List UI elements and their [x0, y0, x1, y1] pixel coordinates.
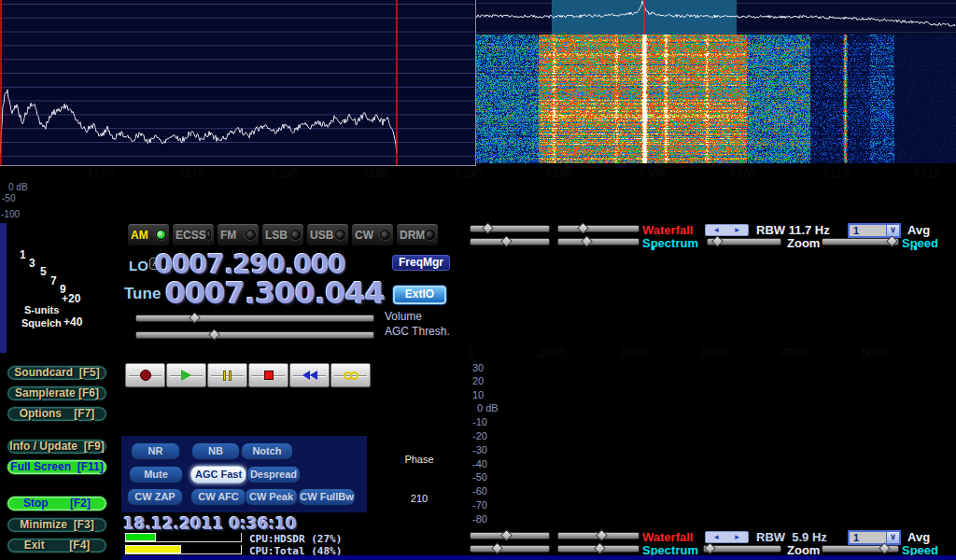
- slider-thumb[interactable]: [500, 235, 513, 247]
- ecss-led-icon: [206, 230, 211, 240]
- agc-fast-button[interactable]: AGC Fast: [190, 466, 246, 483]
- waterfall2-shift-buttons[interactable]: ◄►: [705, 531, 749, 543]
- mode-usb-label: USB: [310, 229, 333, 242]
- volume-slider-thumb[interactable]: [190, 312, 202, 324]
- spectrum2-range-slider[interactable]: [557, 545, 640, 553]
- mode-cw-button[interactable]: CW: [351, 223, 394, 246]
- mode-drm-button[interactable]: DRM: [396, 223, 439, 246]
- speed-top-slider[interactable]: [822, 238, 899, 245]
- exit-button[interactable]: Exit [F4]: [7, 538, 107, 553]
- mute-button[interactable]: Mute: [129, 466, 183, 483]
- cw-zap-button[interactable]: CW ZAP: [127, 488, 183, 506]
- zoom-bottom-slider[interactable]: [703, 545, 781, 553]
- fullscreen-button[interactable]: Full Screen [F11]: [7, 459, 107, 475]
- arrow-right-icon[interactable]: ►: [734, 532, 741, 542]
- agc-thresh-slider[interactable]: [135, 331, 374, 339]
- freq-tick-label: 7300: [633, 166, 670, 180]
- info-update-button[interactable]: Info / Update [F9]: [7, 439, 107, 455]
- waterfall-brightness-slider[interactable]: [470, 225, 550, 232]
- waterfall-contrast-slider[interactable]: [557, 225, 640, 232]
- cpu-total-bar: [125, 545, 181, 553]
- freq-tick-label: 7305: [724, 166, 762, 180]
- audio-tick-label: 2000: [614, 345, 652, 359]
- slider-thumb[interactable]: [887, 235, 899, 247]
- spectrum-gain-slider[interactable]: [470, 238, 550, 245]
- rbw-top-label: RBW 11.7 Hz: [756, 223, 830, 237]
- arrow-left-icon[interactable]: ◄: [712, 532, 720, 542]
- options-button[interactable]: Options [F7]: [7, 406, 107, 422]
- waterfall2-label[interactable]: Waterfall: [642, 530, 693, 544]
- stop-button[interactable]: Stop [F2]: [7, 496, 107, 511]
- slider-thumb[interactable]: [577, 222, 589, 234]
- transport-bar: [125, 363, 371, 387]
- pause-button[interactable]: [207, 363, 247, 387]
- loop-button[interactable]: [330, 363, 371, 387]
- mode-usb-button[interactable]: USB: [306, 223, 349, 246]
- freq-tick-label: 7285: [357, 166, 394, 180]
- mode-lsb-label: LSB: [265, 229, 288, 242]
- spectrum2-gain-slider[interactable]: [470, 545, 550, 553]
- notch-button[interactable]: Notch: [241, 442, 293, 460]
- slider-thumb[interactable]: [482, 222, 494, 234]
- spectrum-label[interactable]: Spectrum: [642, 236, 698, 250]
- minimize-button[interactable]: Minimize [F3]: [7, 517, 107, 533]
- chevron-down-icon[interactable]: ∨: [886, 532, 899, 543]
- rewind-button[interactable]: [289, 363, 330, 387]
- tune-frequency-display[interactable]: 0007.300.044: [165, 275, 385, 311]
- mode-ecss-button[interactable]: ECSS: [172, 223, 215, 246]
- waterfall-shift-buttons[interactable]: ◄►: [705, 224, 749, 236]
- slider-thumb[interactable]: [595, 542, 607, 554]
- despread-button[interactable]: Despread: [246, 466, 301, 483]
- avg-bottom-dropdown[interactable]: 1∨: [848, 530, 901, 545]
- waterfall2-brightness-slider[interactable]: [470, 532, 550, 539]
- slider-thumb[interactable]: [596, 529, 608, 541]
- avg-bottom-value: 1: [850, 532, 886, 543]
- freq-tick-label: 7270: [81, 166, 119, 180]
- nb-button[interactable]: NB: [191, 442, 240, 460]
- mode-fm-label: FM: [220, 229, 236, 242]
- lsb-led-icon: [290, 230, 301, 240]
- freq-tick-label: 7295: [541, 166, 578, 180]
- waterfall-label[interactable]: Waterfall: [642, 223, 693, 237]
- samplerate-button[interactable]: Samplerate [F6]: [7, 385, 107, 401]
- audio-spectrum[interactable]: [0, 0, 476, 166]
- zoom-top-slider[interactable]: [707, 238, 781, 245]
- cw-afc-button[interactable]: CW AFC: [190, 488, 246, 506]
- db-tick-label: -10: [472, 416, 487, 427]
- freqmgr-button[interactable]: FreqMgr: [392, 255, 450, 271]
- am-led-icon: [156, 230, 166, 240]
- cw-fullbw-button[interactable]: CW FullBw: [298, 488, 356, 506]
- db-tick-label: 20: [472, 375, 484, 386]
- slider-thumb[interactable]: [879, 542, 891, 554]
- chevron-down-icon[interactable]: ∨: [886, 225, 899, 236]
- audio-tick-label: 5000: [856, 345, 893, 359]
- slider-thumb[interactable]: [491, 542, 503, 554]
- mode-drm-label: DRM: [400, 229, 425, 242]
- smeter-units-label: S-units: [24, 304, 59, 315]
- waterfall2-contrast-slider[interactable]: [557, 532, 640, 539]
- arrow-left-icon[interactable]: ◄: [712, 225, 720, 235]
- nr-button[interactable]: NR: [131, 442, 180, 460]
- mode-lsb-button[interactable]: LSB: [261, 223, 304, 246]
- mode-fm-button[interactable]: FM: [217, 223, 260, 246]
- slider-thumb[interactable]: [581, 235, 593, 247]
- arrow-right-icon[interactable]: ►: [734, 225, 741, 235]
- slider-thumb[interactable]: [704, 542, 716, 554]
- extio-button[interactable]: ExtIO: [393, 286, 446, 304]
- volume-slider[interactable]: [135, 315, 374, 322]
- stop-playback-button[interactable]: [248, 363, 288, 387]
- loop-icon: [350, 371, 358, 380]
- slider-thumb[interactable]: [500, 529, 513, 541]
- spectrum-range-slider[interactable]: [557, 238, 640, 245]
- agc-thresh-slider-thumb[interactable]: [208, 329, 220, 341]
- tune-label: Tune: [124, 285, 161, 303]
- cw-peak-button[interactable]: CW Peak: [245, 488, 298, 506]
- slider-thumb[interactable]: [711, 235, 724, 247]
- record-button[interactable]: [125, 363, 165, 387]
- soundcard-button[interactable]: Soundcard [F5]: [7, 365, 107, 381]
- play-button[interactable]: [166, 363, 206, 387]
- mode-am-button[interactable]: AM: [127, 223, 170, 246]
- speed-bottom-slider[interactable]: [822, 545, 899, 553]
- avg-top-value: 1: [850, 225, 886, 236]
- db-tick-label: -40: [472, 458, 487, 469]
